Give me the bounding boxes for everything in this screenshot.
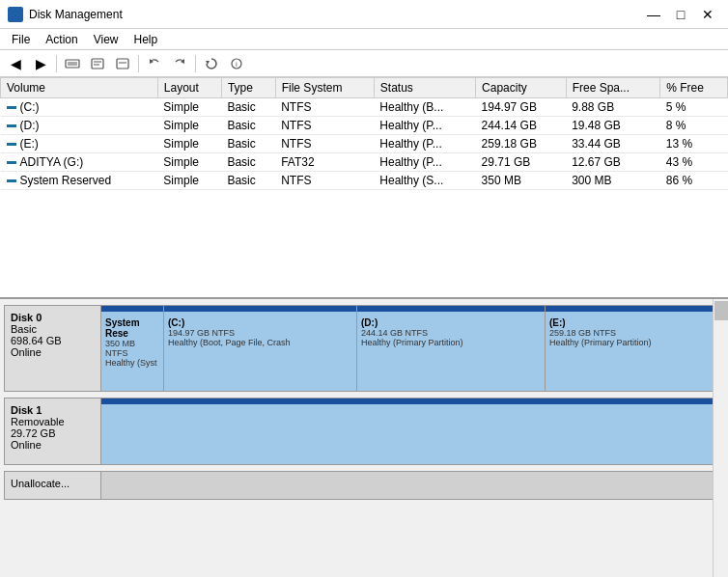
cell-freespace: 300 MB [566, 172, 660, 190]
svg-rect-1 [68, 62, 77, 66]
table-row[interactable]: System Reserved Simple Basic NTFS Health… [1, 172, 728, 190]
refresh-icon [204, 57, 219, 70]
disk-0-name: Disk 0 [11, 312, 95, 323]
cell-status: Healthy (P... [374, 135, 475, 153]
partition-disk1[interactable] [101, 398, 723, 464]
undo-icon [147, 57, 162, 70]
disk-1-type: Removable [11, 416, 95, 427]
toolbar-btn-5[interactable] [111, 53, 134, 74]
cell-volume: System Reserved [1, 172, 158, 190]
maximize-button[interactable]: □ [668, 5, 693, 24]
partition-detail: 350 MB NTFS [105, 339, 159, 358]
minimize-button[interactable]: — [641, 5, 666, 24]
disk-1-row: Disk 1 Removable 29.72 GB Online [4, 398, 724, 465]
partition-top-bar-e [546, 306, 722, 312]
cell-fs: FAT32 [275, 153, 374, 172]
scroll-thumb[interactable] [714, 301, 728, 320]
table-row[interactable]: ADITYA (G:) Simple Basic FAT32 Healthy (… [1, 153, 728, 172]
cell-fs: NTFS [275, 172, 374, 190]
close-button[interactable]: ✕ [695, 5, 720, 24]
col-layout[interactable]: Layout [157, 78, 221, 98]
title-bar: Disk Management — □ ✕ [0, 0, 728, 29]
table-row[interactable]: (E:) Simple Basic NTFS Healthy (P... 259… [1, 135, 728, 153]
toolbar-btn-7[interactable] [168, 53, 191, 74]
partition-top-bar-disk1 [101, 398, 722, 404]
disk-1-name: Disk 1 [11, 404, 95, 416]
cell-capacity: 244.14 GB [476, 117, 567, 135]
scrollbar[interactable] [713, 299, 728, 577]
toolbar-btn-6[interactable] [143, 53, 166, 74]
partition-top-bar-c [164, 306, 356, 312]
cell-layout: Simple [157, 172, 221, 190]
col-capacity[interactable]: Capacity [476, 78, 567, 98]
cell-status: Healthy (B... [374, 98, 475, 117]
toolbar-btn-9[interactable]: i [225, 53, 248, 74]
forward-button[interactable]: ▶ [29, 53, 52, 74]
partition-e[interactable]: (E:) 259.18 GB NTFS Healthy (Primary Par… [546, 306, 723, 391]
unallocated-row: Unallocate... [4, 471, 724, 500]
cell-status: Healthy (P... [374, 153, 475, 172]
col-type[interactable]: Type [221, 78, 275, 98]
menu-view[interactable]: View [86, 31, 126, 48]
partition-d[interactable]: (D:) 244.14 GB NTFS Healthy (Primary Par… [357, 306, 546, 391]
toolbar-sep-3 [195, 55, 196, 72]
disk-map-area: Disk 0 Basic 698.64 GB Online System Res… [0, 299, 728, 577]
drive-icon [65, 57, 80, 70]
toolbar-sep-1 [56, 55, 57, 72]
disk-1-partitions [101, 398, 723, 464]
partition-detail-d: 244.14 GB NTFS [361, 328, 541, 338]
cell-type: Basic [221, 153, 275, 172]
edit-icon [90, 57, 105, 70]
cell-layout: Simple [157, 98, 221, 117]
svg-rect-2 [92, 59, 103, 69]
properties-icon [115, 57, 130, 70]
partition-top-bar [101, 306, 163, 312]
cell-type: Basic [221, 98, 275, 117]
cell-volume: ADITYA (G:) [1, 153, 158, 172]
partition-c[interactable]: (C:) 194.97 GB NTFS Healthy (Boot, Page … [164, 306, 357, 391]
toolbar-btn-4[interactable] [86, 53, 109, 74]
col-filesystem[interactable]: File System [275, 78, 374, 98]
col-pctfree[interactable]: % Free [660, 78, 728, 98]
partition-sub: Healthy (Syst [105, 358, 159, 368]
disk-0-label: Disk 0 Basic 698.64 GB Online [5, 306, 101, 391]
toolbar-sep-2 [138, 55, 139, 72]
redo-icon [172, 57, 187, 70]
table-row[interactable]: (D:) Simple Basic NTFS Healthy (P... 244… [1, 117, 728, 135]
toolbar: ◀ ▶ i [0, 50, 728, 77]
svg-rect-5 [117, 59, 128, 69]
col-status[interactable]: Status [374, 78, 475, 98]
cell-pctfree: 13 % [660, 135, 728, 153]
partition-detail-e: 259.18 GB NTFS [549, 328, 718, 338]
toolbar-btn-8[interactable] [200, 53, 223, 74]
disk-0-partitions: System Rese 350 MB NTFS Healthy (Syst (C… [101, 306, 723, 391]
window-controls: — □ ✕ [641, 5, 720, 24]
disk-1-label: Disk 1 Removable 29.72 GB Online [5, 398, 101, 464]
partition-system-reserved[interactable]: System Rese 350 MB NTFS Healthy (Syst [101, 306, 164, 391]
disk-0-size: 698.64 GB [11, 335, 95, 346]
cell-pctfree: 43 % [660, 153, 728, 172]
cell-volume: (E:) [1, 135, 158, 153]
col-freespace[interactable]: Free Spa... [566, 78, 660, 98]
partition-detail-c: 194.97 GB NTFS [168, 328, 352, 338]
col-volume[interactable]: Volume [1, 78, 158, 98]
cell-fs: NTFS [275, 135, 374, 153]
menu-file[interactable]: File [4, 31, 38, 48]
cell-freespace: 33.44 GB [566, 135, 660, 153]
partition-sub-c: Healthy (Boot, Page File, Crash [168, 338, 352, 347]
disk-0-type: Basic [11, 323, 95, 335]
menu-help[interactable]: Help [126, 31, 166, 48]
cell-type: Basic [221, 172, 275, 190]
menu-action[interactable]: Action [38, 31, 85, 48]
partition-sub-d: Healthy (Primary Partition) [361, 338, 541, 347]
table-row[interactable]: (C:) Simple Basic NTFS Healthy (B... 194… [1, 98, 728, 117]
disk-1-size: 29.72 GB [11, 427, 95, 439]
main-content: Volume Layout Type File System Status Ca… [0, 77, 728, 577]
cell-type: Basic [221, 135, 275, 153]
cell-volume: (D:) [1, 117, 158, 135]
svg-text:i: i [236, 60, 238, 69]
partition-sub-e: Healthy (Primary Partition) [549, 338, 718, 347]
toolbar-btn-3[interactable] [61, 53, 84, 74]
back-button[interactable]: ◀ [4, 53, 27, 74]
cell-fs: NTFS [275, 98, 374, 117]
